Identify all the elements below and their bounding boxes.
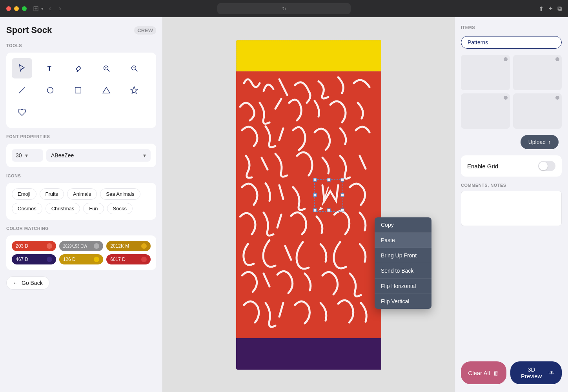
swatch-2029-dot bbox=[94, 243, 99, 249]
svg-text:T: T bbox=[47, 65, 51, 72]
tabs-icon[interactable]: ⧉ bbox=[557, 5, 562, 12]
context-menu-flip-vertical[interactable]: Flip Vertical bbox=[375, 294, 431, 309]
icon-tag-emoji[interactable]: Emoji bbox=[12, 188, 36, 200]
swatch-2012k[interactable]: 2012K M bbox=[106, 241, 151, 251]
upload-button[interactable]: Upload ↑ bbox=[521, 135, 559, 149]
reload-icon[interactable]: ↻ bbox=[282, 6, 286, 12]
font-family-select[interactable]: ABeeZee ▾ bbox=[46, 149, 151, 162]
swatch-467d[interactable]: 467 D bbox=[12, 254, 56, 264]
tools-grid: T bbox=[12, 58, 151, 122]
context-menu-flip-horizontal[interactable]: Flip Horizontal bbox=[375, 279, 431, 294]
pattern-thumb-4-dot bbox=[555, 96, 559, 100]
font-properties-label: FONT PROPERTIES bbox=[6, 134, 156, 139]
address-bar[interactable]: ↻ bbox=[217, 3, 351, 14]
swatch-126d-dot bbox=[94, 257, 99, 262]
go-back-button[interactable]: ← Go Back bbox=[6, 276, 49, 290]
context-menu-copy[interactable]: Copy bbox=[375, 217, 431, 233]
clear-all-label: Clear All bbox=[468, 370, 490, 376]
pen-tool[interactable] bbox=[68, 58, 88, 78]
address-bar-container: ↻ bbox=[217, 3, 351, 14]
select-tool[interactable] bbox=[12, 58, 32, 78]
canvas-area[interactable]: Copy Paste Bring Up Front Send to Back F… bbox=[163, 17, 454, 392]
sidebar-header: Sport Sock CREW bbox=[6, 25, 156, 35]
comments-textarea[interactable] bbox=[461, 191, 562, 226]
enable-grid-toggle[interactable] bbox=[538, 161, 555, 171]
eye-icon: 👁 bbox=[549, 370, 555, 376]
svg-rect-21 bbox=[327, 209, 330, 212]
svg-marker-11 bbox=[103, 88, 110, 93]
back-button[interactable]: ‹ bbox=[47, 4, 53, 14]
swatch-203d-label: 203 D bbox=[16, 243, 28, 249]
forward-button[interactable]: › bbox=[56, 4, 63, 14]
right-panel: ITEMS Patterns Upload ↑ bbox=[454, 17, 568, 392]
pattern-thumb-3-dot bbox=[504, 96, 508, 100]
add-tab-icon[interactable]: + bbox=[548, 5, 553, 13]
star-tool[interactable] bbox=[124, 80, 144, 100]
zoom-in-icon bbox=[102, 64, 111, 73]
pattern-thumb-4[interactable] bbox=[513, 93, 562, 129]
swatch-126d[interactable]: 126 D bbox=[59, 254, 104, 264]
sidebar-toggle-icon[interactable]: ⊞ bbox=[33, 4, 39, 13]
triangle-icon bbox=[102, 86, 111, 95]
font-size-select[interactable]: 30 ▾ bbox=[12, 149, 43, 162]
swatch-2029[interactable]: 2029/153 OW bbox=[59, 241, 104, 251]
line-tool[interactable] bbox=[12, 80, 32, 100]
preview-button[interactable]: 3D Preview 👁 bbox=[510, 361, 562, 384]
upload-icon: ↑ bbox=[548, 139, 551, 145]
pen-icon bbox=[74, 64, 82, 73]
patterns-grid bbox=[461, 55, 562, 129]
circle-icon bbox=[46, 86, 55, 95]
font-panel: 30 ▾ ABeeZee ▾ bbox=[6, 144, 156, 167]
font-family-value: ABeeZee bbox=[51, 152, 74, 159]
context-menu-send-to-back[interactable]: Send to Back bbox=[375, 263, 431, 279]
svg-line-2 bbox=[107, 69, 109, 71]
text-tool[interactable]: T bbox=[40, 58, 60, 78]
svg-rect-22 bbox=[341, 209, 344, 212]
context-menu-paste[interactable]: Paste bbox=[375, 233, 431, 248]
zoom-out-tool[interactable] bbox=[124, 58, 144, 78]
close-button[interactable] bbox=[6, 6, 11, 11]
heart-icon bbox=[18, 108, 26, 117]
zoom-in-tool[interactable] bbox=[96, 58, 117, 78]
font-controls: 30 ▾ ABeeZee ▾ bbox=[12, 149, 151, 162]
svg-rect-19 bbox=[341, 193, 344, 197]
circle-tool[interactable] bbox=[40, 80, 60, 100]
swatch-6017d-label: 6017 D bbox=[110, 257, 126, 262]
icon-tag-fruits[interactable]: Fruits bbox=[40, 188, 64, 200]
enable-grid-row: Enable Grid bbox=[461, 155, 562, 177]
items-section: ITEMS bbox=[461, 25, 562, 30]
pattern-thumb-2[interactable] bbox=[513, 55, 562, 90]
swatch-6017d[interactable]: 6017 D bbox=[106, 254, 151, 264]
font-family-chevron: ▾ bbox=[143, 152, 146, 159]
titlebar: ⊞ ▾ ‹ › ↻ ⬆ + ⧉ bbox=[0, 0, 568, 17]
pattern-thumb-1[interactable] bbox=[461, 55, 510, 90]
maximize-button[interactable] bbox=[22, 6, 27, 11]
pattern-thumb-3[interactable] bbox=[461, 93, 510, 129]
swatch-2029-label: 2029/153 OW bbox=[63, 244, 87, 248]
svg-line-6 bbox=[136, 69, 138, 71]
sock-container bbox=[236, 40, 381, 370]
triangle-tool[interactable] bbox=[96, 80, 117, 100]
sock-top bbox=[236, 40, 381, 71]
swatch-2012k-label: 2012K M bbox=[110, 243, 129, 249]
squiggle-pattern bbox=[236, 71, 381, 338]
svg-rect-18 bbox=[313, 193, 317, 197]
context-menu-bring-up-front[interactable]: Bring Up Front bbox=[375, 248, 431, 263]
icon-tag-socks[interactable]: Socks bbox=[107, 203, 133, 214]
svg-line-8 bbox=[19, 88, 25, 93]
minimize-button[interactable] bbox=[14, 6, 19, 11]
heart-tool[interactable] bbox=[12, 102, 32, 122]
patterns-button-label: Patterns bbox=[468, 39, 488, 46]
icon-tag-sea-animals[interactable]: Sea Animals bbox=[100, 188, 140, 200]
swatch-203d[interactable]: 203 D bbox=[12, 241, 56, 251]
icon-tag-christmas[interactable]: Christmas bbox=[46, 203, 80, 214]
toggle-knob bbox=[539, 162, 548, 170]
clear-all-button[interactable]: Clear All 🗑 bbox=[461, 361, 506, 384]
icon-tag-fun[interactable]: Fun bbox=[83, 203, 104, 214]
chevron-down-icon[interactable]: ▾ bbox=[41, 6, 44, 11]
rect-tool[interactable] bbox=[68, 80, 88, 100]
share-icon[interactable]: ⬆ bbox=[539, 5, 544, 13]
icon-tag-animals[interactable]: Animals bbox=[67, 188, 97, 200]
patterns-button[interactable]: Patterns bbox=[461, 36, 562, 49]
icon-tag-cosmos[interactable]: Cosmos bbox=[12, 203, 42, 214]
